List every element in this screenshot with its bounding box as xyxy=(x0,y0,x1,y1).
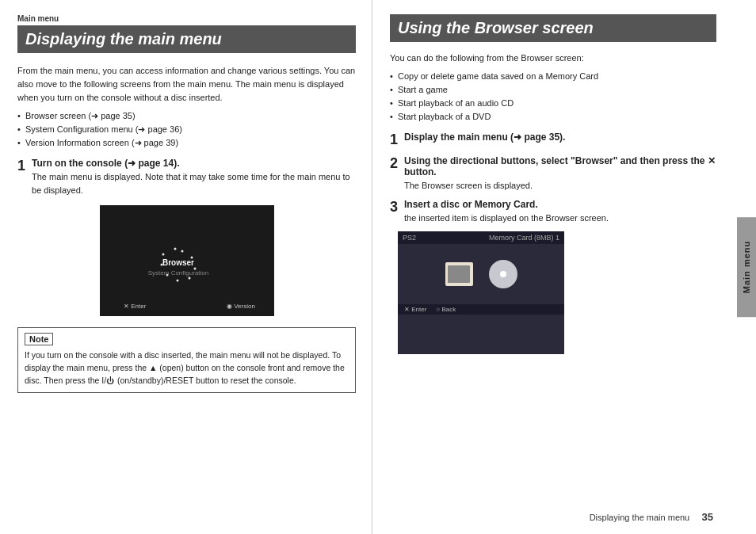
footer-text: Displaying the main menu xyxy=(590,513,690,522)
browser-footer-back: ○ Back xyxy=(436,306,456,313)
browser-header-right: Memory Card (8MB) 1 xyxy=(489,234,559,242)
svg-text:Browser: Browser xyxy=(162,258,193,267)
browser-screen-image: PS2 Memory Card (8MB) 1 ✕ Enter ○ Back xyxy=(398,231,564,354)
svg-point-5 xyxy=(188,277,190,280)
memory-card-slot xyxy=(448,265,470,283)
svg-text:◉ Version: ◉ Version xyxy=(227,303,255,310)
note-box: Note If you turn on the console with a d… xyxy=(17,327,356,392)
disc-icon xyxy=(489,260,517,288)
console-screen-image: Browser System Configuration ✕ Enter ◉ V… xyxy=(100,205,274,316)
section-label: Main menu xyxy=(17,14,356,23)
list-item: Copy or delete game data saved on a Memo… xyxy=(390,70,716,83)
right-step-2: 2 Using the directional buttons, select … xyxy=(390,155,716,193)
browser-footer: ✕ Enter ○ Back xyxy=(398,304,564,315)
side-tab: Main menu xyxy=(737,217,756,317)
step-1: 1 Turn on the console (➜ page 14). The m… xyxy=(17,158,356,197)
menu-screen-svg: Browser System Configuration ✕ Enter ◉ V… xyxy=(100,205,274,316)
svg-point-4 xyxy=(176,280,178,282)
right-step-1-title: Display the main menu (➜ page 35). xyxy=(404,132,716,143)
left-column: Main menu Displaying the main menu From … xyxy=(0,0,372,534)
step-1-body: The main menu is displayed. Note that it… xyxy=(32,170,356,197)
left-bullet-list: Browser screen (➜ page 35) System Config… xyxy=(17,109,356,150)
right-section-title: Using the Browser screen xyxy=(390,14,716,42)
step-1-title: Turn on the console (➜ page 14). xyxy=(32,158,356,169)
page-footer: Displaying the main menu 35 xyxy=(590,511,713,523)
page-number: 35 xyxy=(702,511,713,523)
browser-footer-enter: ✕ Enter xyxy=(404,306,426,313)
svg-text:✕ Enter: ✕ Enter xyxy=(124,303,147,310)
list-item: Start playback of a DVD xyxy=(390,110,716,124)
right-step-2-content: Using the directional buttons, select "B… xyxy=(404,155,716,193)
list-item: Version Information screen (➜ page 39) xyxy=(17,136,356,150)
browser-main-area xyxy=(398,244,564,304)
console-screen-inner: Browser System Configuration ✕ Enter ◉ V… xyxy=(100,205,274,316)
right-step-2-body: The Browser screen is displayed. xyxy=(404,179,716,193)
svg-point-0 xyxy=(174,248,176,250)
list-item: System Configuration menu (➜ page 36) xyxy=(17,123,356,136)
left-intro-text: From the main menu, you can access infor… xyxy=(17,64,356,105)
svg-text:System Configuration: System Configuration xyxy=(147,269,208,277)
list-item: Start a game xyxy=(390,83,716,97)
list-item: Browser screen (➜ page 35) xyxy=(17,109,356,123)
note-text: If you turn on the console with a disc i… xyxy=(25,349,349,387)
step-1-content: Turn on the console (➜ page 14). The mai… xyxy=(32,158,356,197)
step-1-number: 1 xyxy=(17,158,25,175)
right-intro-text: You can do the following from the Browse… xyxy=(390,51,716,65)
left-section-title: Displaying the main menu xyxy=(17,25,356,53)
memory-card-icon xyxy=(445,262,473,286)
note-label: Note xyxy=(25,333,53,345)
svg-point-8 xyxy=(181,250,183,253)
right-step-2-number: 2 xyxy=(390,155,398,173)
right-step-3: 3 Insert a disc or Memory Card. the inse… xyxy=(390,199,716,225)
right-step-3-body: the inserted item is displayed on the Br… xyxy=(404,212,716,225)
browser-header: PS2 Memory Card (8MB) 1 xyxy=(398,231,564,244)
browser-screen-container: PS2 Memory Card (8MB) 1 ✕ Enter ○ Back xyxy=(398,231,716,354)
right-step-1-content: Display the main menu (➜ page 35). xyxy=(404,132,716,144)
svg-point-1 xyxy=(162,254,164,256)
right-step-3-title: Insert a disc or Memory Card. xyxy=(404,199,716,210)
right-step-3-number: 3 xyxy=(390,199,398,216)
right-column: Using the Browser screen You can do the … xyxy=(372,0,756,534)
right-step-1: 1 Display the main menu (➜ page 35). xyxy=(390,132,716,149)
disc-center xyxy=(500,271,506,277)
right-step-3-content: Insert a disc or Memory Card. the insert… xyxy=(404,199,716,225)
browser-header-left: PS2 xyxy=(403,234,416,242)
right-step-1-number: 1 xyxy=(390,132,398,149)
right-step-2-title: Using the directional buttons, select "B… xyxy=(404,155,716,177)
list-item: Start playback of an audio CD xyxy=(390,97,716,110)
right-bullet-list: Copy or delete game data saved on a Memo… xyxy=(390,70,716,124)
